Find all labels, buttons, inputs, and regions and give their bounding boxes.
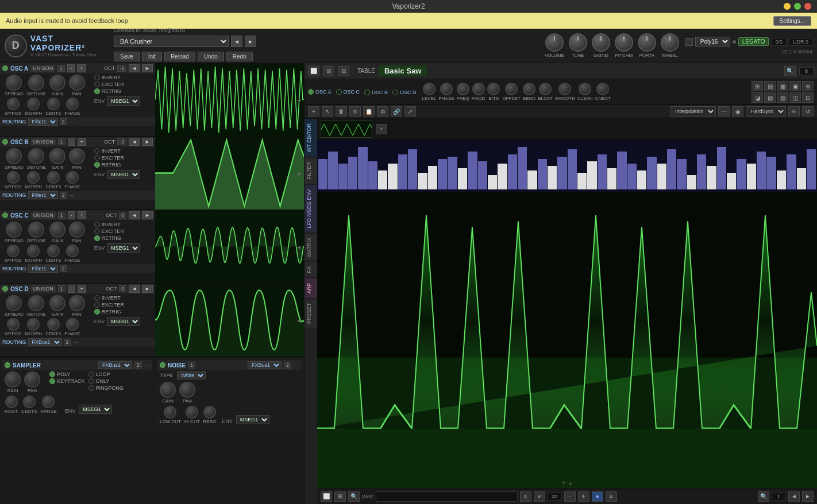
osc-a-pan-knob[interactable] — [69, 75, 85, 91]
sampler-range-knob[interactable] — [42, 396, 55, 408]
sampler-loop-cb[interactable] — [88, 371, 94, 377]
osc-d-wtpos-knob[interactable] — [7, 318, 20, 331]
wav-input[interactable] — [376, 491, 518, 502]
wt-icon-3[interactable]: ▦ — [777, 81, 788, 91]
settings-button[interactable]: Settings... — [773, 16, 811, 26]
wav-search-btn[interactable]: 🔍 — [348, 491, 360, 502]
wt-expand-btn[interactable]: ⬜ — [308, 66, 319, 76]
osc-c-oct-plus[interactable]: ► — [142, 211, 153, 219]
wav-copy-btn[interactable]: ⊞ — [334, 491, 346, 502]
osc-b-spread-knob[interactable] — [6, 148, 22, 164]
osc-b-env-select[interactable]: MSEG1 — [107, 170, 140, 179]
preset-next-button[interactable]: ► — [245, 36, 256, 47]
wt-fmod-knob[interactable] — [472, 83, 485, 95]
sampler-gain-knob[interactable] — [5, 371, 21, 387]
osc-b-minus[interactable]: - — [68, 138, 75, 146]
tab-arp[interactable]: ARP — [305, 278, 317, 298]
sampler-root-knob[interactable] — [5, 396, 18, 408]
noise-gain-knob[interactable] — [160, 382, 176, 398]
tab-preset[interactable]: PRESET — [305, 298, 317, 328]
close-button[interactable] — [804, 3, 811, 10]
hardsync-select[interactable]: HardSync — [746, 106, 786, 117]
osc-c-invert-cb[interactable] — [94, 222, 100, 227]
wav-circle-btn[interactable]: ● — [592, 491, 603, 502]
wt-icon-1[interactable]: ⊞ — [752, 81, 763, 91]
wt-icon-10[interactable]: ⊡ — [802, 92, 814, 103]
wav-plus-btn[interactable]: + — [578, 491, 589, 502]
osc-b-radio[interactable]: OSC B — [364, 90, 388, 95]
osc-a-env-select[interactable]: MSEG1 — [107, 96, 140, 106]
wt-icon-2[interactable]: ▤ — [764, 81, 776, 91]
osc-d-radio[interactable]: OSC D — [392, 90, 417, 95]
wav-up-btn[interactable]: ∧ — [520, 491, 531, 502]
zoom-out-icon[interactable]: 🔍 — [784, 66, 796, 76]
reload-button[interactable]: Reload — [164, 52, 195, 61]
wav-nav-left[interactable]: ◄ — [788, 491, 800, 502]
osc-b-wtpos-knob[interactable] — [7, 171, 20, 184]
osc-d-gain-knob[interactable] — [49, 295, 65, 311]
osc-b-detune-knob[interactable] — [28, 148, 44, 164]
osc-c-spread-knob[interactable] — [6, 222, 22, 238]
volume-knob[interactable] — [545, 33, 564, 52]
osc-c-exciter-cb[interactable] — [94, 228, 100, 234]
maximize-button[interactable] — [794, 3, 801, 10]
wt-phase-knob[interactable] — [440, 83, 453, 95]
toolbar-paste-btn[interactable]: 📋 — [363, 106, 375, 117]
osc-d-phase-knob[interactable] — [66, 318, 79, 331]
osc-d-plus[interactable]: + — [78, 285, 86, 293]
wt-icon-8[interactable]: ▧ — [777, 92, 788, 103]
toolbar-link-btn[interactable]: 🔗 — [391, 106, 402, 117]
poly-select[interactable]: Poly16 — [695, 37, 730, 46]
osc-c-oct-minus[interactable]: ◄ — [129, 211, 140, 219]
osc-d-oct-minus[interactable]: ◄ — [129, 285, 140, 293]
wt-bend-knob[interactable] — [523, 83, 535, 95]
osc-a-phase-knob[interactable] — [66, 98, 79, 110]
osc-a-oct-minus[interactable]: ◄ — [129, 64, 140, 72]
osc-d-cents-knob[interactable] — [47, 318, 60, 331]
osc-d-minus[interactable]: - — [68, 285, 75, 293]
sampler-env-select[interactable]: MSEG1 — [79, 405, 112, 414]
osc-a-exciter-cb[interactable] — [94, 82, 100, 87]
osc-a-expand[interactable]: ◄ — [296, 96, 302, 103]
window-controls[interactable] — [784, 3, 811, 10]
legato-button[interactable]: LEGATO — [738, 37, 769, 46]
toolbar-zoom2-btn[interactable]: ⤢ — [404, 106, 416, 117]
minimize-button[interactable] — [784, 3, 791, 10]
wave-icon[interactable]: 〰 — [718, 106, 730, 117]
osc-d-exciter-cb[interactable] — [94, 302, 100, 308]
osc-d-expand[interactable]: ◄ — [296, 317, 302, 323]
osc-d-invert-cb[interactable] — [94, 295, 100, 301]
osc-d-env-select[interactable]: MSEG1 — [107, 317, 140, 326]
wt-bits-knob[interactable] — [487, 83, 500, 95]
osc-a-gain-knob[interactable] — [49, 75, 65, 91]
noise-reso-knob[interactable] — [203, 406, 216, 418]
noise-type-select[interactable]: White — [177, 371, 206, 379]
wt-paste-btn[interactable]: ⊟ — [338, 66, 349, 76]
osc-b-exciter-cb[interactable] — [94, 155, 100, 161]
wt-freq-knob[interactable] — [457, 83, 469, 95]
osc-b-oct-plus[interactable]: ► — [142, 138, 153, 146]
save-button[interactable]: Save — [114, 52, 140, 61]
osc-c-plus[interactable]: + — [78, 211, 86, 219]
pencil-icon[interactable]: ✏ — [788, 106, 800, 117]
toolbar-select-btn[interactable]: ↖ — [322, 106, 333, 117]
wt-icon-6[interactable]: ◪ — [752, 92, 763, 103]
osc-d-oct-plus[interactable]: ► — [142, 285, 153, 293]
osc-b-oct-minus[interactable]: ◄ — [129, 138, 140, 146]
osc-a-detune-knob[interactable] — [28, 75, 44, 91]
osc-a-oct-down[interactable]: - — [67, 64, 75, 72]
sampler-poly-cb[interactable] — [49, 371, 55, 377]
porta-knob[interactable] — [638, 33, 656, 52]
toolbar-add-btn[interactable]: + — [308, 106, 319, 117]
noise-routing-select[interactable]: FXBus1 — [248, 361, 282, 369]
wheel-knob[interactable] — [661, 33, 679, 52]
osc-b-expand[interactable]: ◄ — [296, 170, 302, 176]
wt-cnect-knob[interactable] — [596, 83, 609, 95]
wt-bloat-knob[interactable] — [539, 83, 552, 95]
sampler-cents-knob[interactable] — [23, 396, 36, 408]
osc-c-gain-knob[interactable] — [49, 222, 65, 238]
osc-c-led[interactable] — [2, 212, 8, 218]
tab-lfo-mseg-env[interactable]: LFO MSEG ENV — [305, 184, 317, 233]
osc-d-routing-select[interactable]: FXBus1 — [28, 338, 62, 346]
osc-b-cents-knob[interactable] — [47, 171, 60, 184]
